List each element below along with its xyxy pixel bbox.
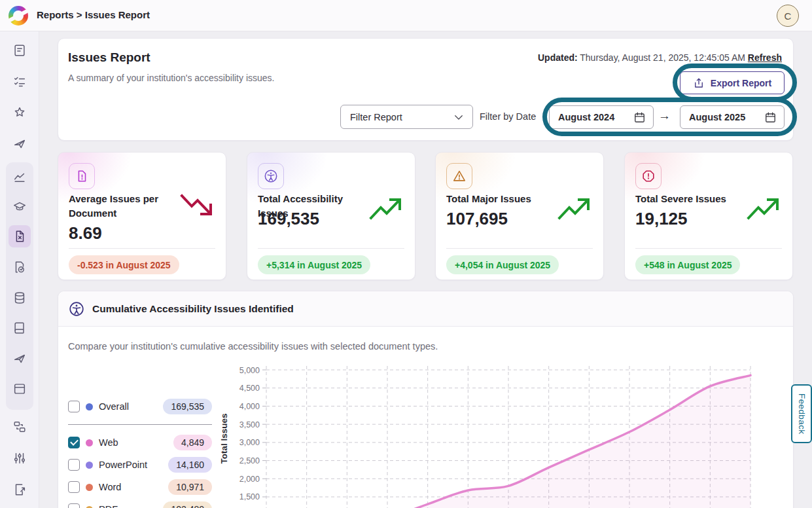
trend-up-icon: [557, 193, 591, 226]
updated-line: Updated: Thursday, August 21, 2025, 12:4…: [538, 52, 782, 63]
y-axis-label: Total Issues: [219, 413, 229, 463]
stat-value: 19,125: [635, 209, 688, 229]
legend-row-web: Web4,849: [68, 431, 212, 454]
legend-checkbox-powerpoint[interactable]: [68, 459, 80, 471]
accessibility-icon: [69, 301, 84, 317]
export-report-label: Export Report: [711, 78, 771, 88]
legend-label: Web: [99, 437, 168, 448]
warning-triangle-icon: [446, 163, 472, 189]
series-area-web: [266, 375, 750, 508]
cumulative-issues-card: Cumulative Accessibility Issues Identifi…: [58, 291, 794, 508]
date-to-input[interactable]: August 2025: [680, 105, 785, 129]
chart-card-header: Cumulative Accessibility Issues Identifi…: [58, 291, 793, 327]
database-icon[interactable]: [9, 287, 31, 309]
y-tick-label: 2,500: [239, 456, 260, 465]
filter-report-value: Filter Report: [350, 112, 402, 122]
legend-label: PowerPoint: [99, 460, 162, 470]
browser-window-icon[interactable]: [9, 378, 31, 400]
legend-row-pdf: PDF102,480: [68, 498, 212, 508]
breadcrumb: Reports > Issues Report: [37, 9, 150, 20]
series-color-dot: [86, 403, 93, 410]
divider: [446, 248, 593, 249]
date-range-arrow-icon: →: [658, 109, 671, 123]
report-header-card: Issues Report A summary of your institut…: [58, 38, 794, 141]
stat-delta-badge: +4,054 in August 2025: [446, 255, 559, 274]
date-to-value: August 2025: [689, 112, 745, 122]
trend-up-icon: [369, 193, 403, 226]
accessibility-icon: [258, 163, 284, 189]
y-tick-label: 5,000: [239, 366, 260, 375]
document-alert-icon: [69, 163, 95, 189]
date-from-input[interactable]: August 2024: [549, 105, 654, 129]
trend-down-icon: [180, 190, 214, 223]
refresh-link[interactable]: Refresh: [748, 52, 782, 63]
stat-card-total-severe: Total Severe Issues 19,125 +548 in Augus…: [624, 152, 793, 280]
series-color-dot: [86, 462, 93, 469]
divider: [258, 248, 404, 249]
chart-title: Cumulative Accessibility Issues Identifi…: [92, 303, 294, 315]
legend-value-pill: 14,160: [168, 457, 212, 473]
stat-card-total-major: Total Major Issues 107,695 +4,054 in Aug…: [435, 152, 604, 280]
send-plane-icon[interactable]: [9, 348, 31, 370]
stat-delta-badge: +5,314 in August 2025: [258, 255, 370, 274]
stat-delta-badge: -0.523 in August 2025: [69, 255, 179, 274]
series-color-dot: [86, 484, 93, 491]
y-tick-label: 4,500: [239, 384, 260, 393]
stat-card-total-accessibility: Total Accessibility Issues 169,535 +5,31…: [247, 152, 415, 280]
legend-checkbox-overall[interactable]: [68, 401, 80, 412]
user-avatar[interactable]: C: [777, 5, 799, 27]
calendar-icon: [633, 111, 646, 124]
y-tick-label: 3,000: [239, 438, 260, 447]
legend-row-word: Word10,971: [68, 476, 212, 498]
updated-label: Updated:: [538, 52, 578, 63]
chart-legend: Overall169,535Web4,849PowerPoint14,160Wo…: [68, 395, 212, 508]
legend-row-powerpoint: PowerPoint14,160: [68, 454, 212, 476]
y-tick-label: 1,500: [239, 492, 260, 501]
book-icon[interactable]: [9, 317, 31, 339]
page-title: Issues Report: [68, 50, 150, 65]
sliders-icon[interactable]: [9, 447, 31, 469]
series-color-dot: [86, 506, 93, 508]
stat-delta-badge: +548 in August 2025: [635, 255, 740, 274]
y-tick-label: 2,000: [239, 475, 260, 484]
legend-label: Word: [99, 482, 162, 492]
legend-divider: [68, 424, 212, 425]
y-tick-label: 3,500: [239, 420, 260, 429]
stat-title: Total Major Issues: [446, 192, 556, 206]
legend-value-pill: 10,971: [168, 479, 212, 495]
trend-up-icon: [747, 193, 781, 226]
top-bar: Reports > Issues Report C: [0, 0, 812, 31]
line-chart-icon[interactable]: [9, 166, 31, 188]
checklist-icon[interactable]: [9, 71, 31, 93]
legend-value-pill: 4,849: [173, 435, 212, 450]
y-tick-label: 4,000: [239, 402, 260, 411]
app-logo-icon[interactable]: [9, 6, 28, 26]
integrations-icon[interactable]: [9, 416, 31, 438]
stat-value: 169,535: [258, 209, 319, 229]
report-doc-icon[interactable]: [9, 39, 31, 62]
page: Reports > Issues Report C Issues Report …: [0, 0, 812, 508]
file-sync-icon[interactable]: [9, 256, 31, 278]
legend-checkbox-web[interactable]: [68, 437, 80, 448]
export-report-button[interactable]: Export Report: [680, 71, 785, 94]
export-page-icon[interactable]: [9, 479, 31, 501]
legend-checkbox-pdf[interactable]: [68, 503, 80, 508]
file-issues-icon[interactable]: [9, 225, 31, 247]
page-subtitle: A summary of your institution's accessib…: [68, 73, 274, 83]
graduation-cap-icon[interactable]: [9, 196, 31, 218]
date-from-value: August 2024: [558, 112, 614, 122]
star-icon[interactable]: [9, 101, 31, 124]
stat-value: 107,695: [446, 209, 508, 229]
stat-value: 8.69: [69, 223, 102, 244]
filter-by-date-label: Filter by Date: [480, 111, 536, 122]
stat-card-average-issues: Average Issues per Document 8.69 -0.523 …: [58, 152, 226, 280]
feedback-tab[interactable]: Feedback: [791, 384, 812, 443]
legend-checkbox-word[interactable]: [68, 481, 80, 493]
legend-row-overall: Overall169,535: [68, 395, 212, 418]
divider: [69, 248, 215, 249]
legend-value-pill: 169,535: [163, 399, 212, 414]
alert-octagon-icon: [635, 163, 662, 189]
calendar-icon: [764, 111, 777, 124]
paper-plane-icon[interactable]: [9, 133, 31, 155]
filter-report-select[interactable]: Filter Report: [340, 105, 473, 129]
